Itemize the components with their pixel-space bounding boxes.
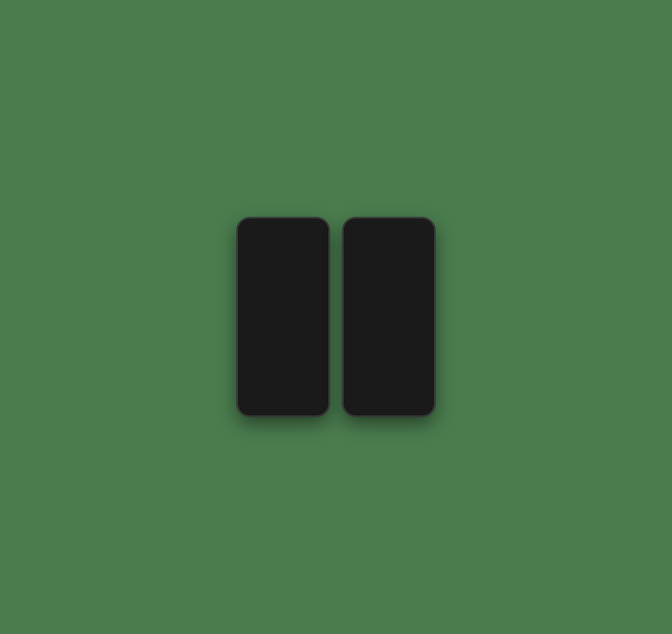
- tab-buscar-icon-1: 🔍: [316, 394, 322, 399]
- scroll-indicator-1: ⌄: [243, 385, 323, 389]
- back-button-2[interactable]: ‹: [348, 233, 355, 240]
- tab-hoje-1[interactable]: 📋 Hoje: [238, 394, 256, 403]
- svg-point-10: [291, 274, 292, 275]
- status-bar-2: 09:24 ▲: [344, 219, 434, 230]
- svg-point-42: [255, 337, 256, 338]
- tab-buscar-label-2: Buscar: [421, 400, 428, 403]
- svg-point-17: [299, 260, 302, 266]
- svg-rect-65: [391, 268, 398, 277]
- signal-bars-2: [411, 225, 415, 228]
- tab-arcade-1[interactable]: 🕹️ Arcade: [292, 394, 310, 403]
- svg-point-11: [292, 280, 295, 282]
- tab-hoje-2[interactable]: 📋 Hoje: [344, 394, 362, 403]
- tab-jogos-icon-1: 🚀: [262, 394, 268, 399]
- battery-icon-2: [421, 225, 427, 228]
- svg-rect-50: [250, 347, 254, 348]
- tab-apps-label-2: Apps: [386, 400, 392, 403]
- tab-arcade-icon-2: 🕹️: [404, 394, 410, 399]
- svg-rect-131: [356, 346, 363, 347]
- tab-bar-1: 📋 Hoje 🚀 Jogos 🏛️ Apps 🕹️ Arcade 🔍 Busca…: [238, 392, 328, 415]
- tab-arcade-icon-1: 🕹️: [298, 394, 304, 399]
- tab-arcade-label-2: Arcade: [403, 400, 411, 403]
- back-button-1[interactable]: ‹: [242, 233, 250, 240]
- svg-rect-22: [316, 286, 319, 293]
- home-indicator-2: [374, 412, 404, 413]
- svg-rect-71: [371, 258, 390, 264]
- status-bar-1: 09:24 ▲: [238, 219, 328, 230]
- svg-point-89: [419, 294, 421, 296]
- tab-buscar-label-1: Buscar: [315, 400, 323, 403]
- app-title-2: Gear.Club Stradale: [349, 360, 429, 367]
- svg-point-133: [357, 341, 361, 343]
- battery-icon-1: [316, 225, 321, 228]
- app-title-1: Sonic Dash+: [243, 356, 323, 363]
- tab-apps-1[interactable]: 🏛️ Apps: [274, 394, 292, 403]
- svg-rect-122: [353, 342, 356, 344]
- app-info-area-2: ⬆ Arcade Gear.Club Stradale OBTER ⌄: [344, 325, 434, 392]
- tab-buscar-2[interactable]: 🔍 Buscar: [416, 394, 434, 403]
- gear-app-icon[interactable]: [349, 333, 370, 353]
- home-indicator-1: [268, 412, 298, 413]
- tab-hoje-icon-2: 📋: [350, 394, 356, 399]
- share-button-1[interactable]: ⬆: [316, 384, 323, 392]
- tab-jogos-label-2: Jogos: [368, 400, 374, 403]
- svg-point-111: [386, 316, 389, 319]
- svg-rect-94: [349, 303, 362, 310]
- svg-rect-51: [254, 347, 258, 348]
- svg-point-114: [420, 316, 423, 319]
- svg-rect-90: [421, 290, 424, 292]
- svg-point-87: [406, 294, 408, 296]
- svg-point-127: [360, 337, 362, 338]
- svg-rect-72: [374, 267, 380, 274]
- app-subtitle-1: Jogo de Correr Original: [243, 364, 323, 367]
- sonic-character: [257, 238, 328, 346]
- svg-rect-130: [356, 345, 363, 345]
- tab-arcade-label-1: Arcade: [298, 400, 305, 403]
- svg-point-128: [363, 339, 365, 341]
- tab-jogos-icon-2: 🚀: [368, 394, 374, 399]
- status-time-1: 09:24: [245, 225, 254, 229]
- tab-apps-2[interactable]: 🏛️ Apps: [380, 394, 398, 403]
- tab-jogos-2[interactable]: 🚀 Jogos: [362, 394, 380, 403]
- tab-arcade-2[interactable]: 🕹️ Arcade: [398, 394, 416, 403]
- svg-rect-85: [404, 289, 423, 294]
- svg-rect-108: [403, 298, 419, 306]
- signal-bars-1: [305, 225, 310, 228]
- tab-jogos-1[interactable]: 🚀 Jogos: [256, 394, 274, 403]
- svg-point-15: [281, 260, 287, 269]
- svg-point-101: [374, 318, 377, 320]
- wifi-icon-1: ▲: [311, 225, 315, 229]
- app-icon-row-2: ⬆: [349, 330, 429, 353]
- svg-rect-124: [363, 342, 366, 344]
- svg-rect-95: [363, 303, 376, 310]
- arcade-label-2: Arcade: [349, 356, 429, 359]
- mute-button[interactable]: 🔇: [421, 376, 429, 385]
- mute-icon: 🔇: [422, 378, 427, 383]
- gear-hero-area: [344, 219, 434, 341]
- svg-point-19: [269, 296, 281, 308]
- svg-point-98: [348, 318, 350, 320]
- tab-apps-icon-1: 🏛️: [280, 394, 286, 399]
- svg-rect-132: [356, 347, 363, 348]
- share-button-2[interactable]: ⬆: [421, 339, 429, 347]
- phone-1: 09:24 ▲ ‹: [237, 218, 329, 416]
- svg-rect-115: [427, 304, 431, 307]
- wifi-icon-2: ▲: [417, 225, 420, 229]
- svg-rect-32: [295, 331, 302, 334]
- svg-point-77: [423, 261, 428, 285]
- svg-point-126: [356, 338, 358, 340]
- phone-1-screen: 09:24 ▲ ‹: [238, 219, 328, 415]
- svg-point-41: [252, 337, 253, 338]
- svg-rect-107: [385, 298, 401, 306]
- tab-buscar-1[interactable]: 🔍 Buscar: [310, 394, 328, 403]
- status-icons-1: ▲: [305, 225, 321, 229]
- get-button-2[interactable]: OBTER: [349, 371, 429, 382]
- svg-point-43: [252, 339, 255, 342]
- scroll-indicator-2: ⌄: [349, 385, 429, 389]
- get-button-1[interactable]: OBTER: [243, 371, 323, 382]
- phone-2: 09:24 ▲ ‹ 🔇: [343, 218, 435, 416]
- tab-jogos-label-1: Jogos: [262, 400, 268, 403]
- svg-rect-73: [382, 267, 387, 274]
- svg-rect-61: [388, 235, 432, 242]
- status-time-2: 09:24: [351, 225, 359, 229]
